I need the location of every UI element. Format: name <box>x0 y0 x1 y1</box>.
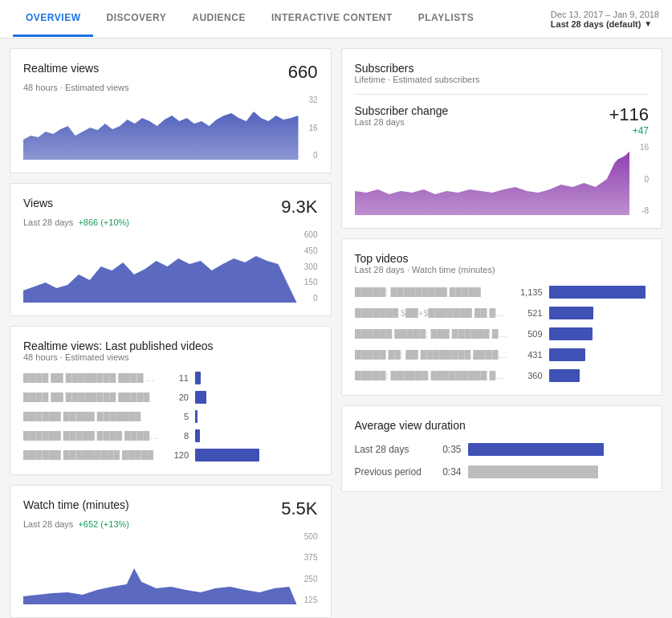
avg-view-value-2: 0:34 <box>438 466 462 478</box>
avg-view-row-1: Last 28 days 0:35 <box>355 443 650 456</box>
avg-view-row-2: Previous period 0:34 <box>355 466 650 478</box>
watch-time-change: +652 (+13%) <box>78 519 129 529</box>
subscriber-change-value: +116 <box>609 104 649 125</box>
subscriber-change-chart <box>355 143 630 215</box>
published-video-count-4: 8 <box>166 431 189 441</box>
top-video-title-1: █████: █████████ █████ <box>355 287 507 297</box>
svg-marker-0 <box>23 112 299 160</box>
subscriber-change-delta: +47 <box>609 125 649 136</box>
svg-marker-1 <box>23 256 297 303</box>
subscriber-change-chart-labels: 16 0 -8 <box>629 143 649 215</box>
top-video-row-3: ██████ █████: ███ ██████ ███ ██ ████ ███… <box>355 327 650 340</box>
published-video-row-3: ██████ █████ ███████ 5 <box>23 410 318 423</box>
published-video-row-4: ██████ █████ ████ ███████ 8 <box>23 429 318 442</box>
realtime-views-card: 660 Realtime views 48 hours · Estimated … <box>10 48 332 173</box>
published-video-title-1: ████ ██ ████████ ████ ███ █████ <box>23 373 160 383</box>
top-video-row-5: █████: ██████ █████████ ███████ ███████ … <box>355 369 650 382</box>
watch-time-card: 5.5K Watch time (minutes) Last 28 days +… <box>10 485 332 618</box>
views-chart-labels: 600 450 300 150 0 <box>297 230 318 303</box>
tab-playlists[interactable]: PLAYLISTS <box>405 1 487 37</box>
nav-tabs: OVERVIEW DISCOVERY AUDIENCE INTERACTIVE … <box>13 1 487 37</box>
views-chart <box>23 230 297 303</box>
published-video-count-1: 11 <box>166 373 189 383</box>
top-video-count-2: 521 <box>514 308 543 318</box>
svg-marker-3 <box>355 151 630 215</box>
avg-view-duration-card: Average view duration Last 28 days 0:35 … <box>341 405 663 492</box>
top-video-row-4: █████ ██: ██ ████████ ██████████ ████ ██… <box>355 348 650 361</box>
realtime-views-chart <box>23 96 299 160</box>
top-videos-card: Top videos Last 28 days · Watch time (mi… <box>341 238 663 396</box>
avg-view-label-2: Previous period <box>355 466 431 478</box>
views-subtitle: Last 28 days <box>23 218 73 227</box>
tab-overview[interactable]: OVERVIEW <box>13 1 93 37</box>
top-video-title-5: █████: ██████ █████████ ███████ ███████ … <box>355 371 507 380</box>
watch-time-title: Watch time (minutes) <box>23 498 318 511</box>
avg-view-label-1: Last 28 days <box>355 444 431 455</box>
top-video-count-5: 360 <box>514 371 543 380</box>
avg-view-value-1: 0:35 <box>438 444 462 455</box>
top-video-row-2: ███████ $██+$███████ ██ ████████ ███████… <box>355 307 650 319</box>
realtime-published-title: Realtime views: Last published videos <box>23 339 318 352</box>
published-video-count-5: 120 <box>166 450 189 460</box>
realtime-views-title: Realtime views <box>23 62 318 75</box>
published-video-count-3: 5 <box>166 412 189 421</box>
top-video-count-3: 509 <box>514 329 543 339</box>
watch-time-chart-labels: 500 375 250 125 <box>297 532 318 604</box>
published-video-count-2: 20 <box>166 392 189 402</box>
published-video-row-2: ████ ██ ████████ █████ 20 <box>23 391 318 404</box>
published-video-title-2: ████ ██ ████████ █████ <box>23 392 160 402</box>
published-video-title-5: ██████ █████████ █████ <box>23 450 160 460</box>
top-video-count-4: 431 <box>514 350 543 360</box>
views-card: 9.3K Views Last 28 days +866 (+10%) 600 … <box>10 183 332 316</box>
avg-view-duration-title: Average view duration <box>355 419 650 432</box>
date-range-line2: Last 28 days (default) ▼ <box>551 19 659 29</box>
date-range-line1: Dec 13, 2017 – Jan 9, 2018 <box>551 10 659 19</box>
published-video-title-3: ██████ █████ ███████ <box>23 412 160 421</box>
realtime-views-value: 660 <box>288 62 318 83</box>
published-video-row-5: ██████ █████████ █████ 120 <box>23 449 318 461</box>
subscribers-card: Subscribers Lifetime · Estimated subscri… <box>341 48 663 229</box>
date-range[interactable]: Dec 13, 2017 – Jan 9, 2018 Last 28 days … <box>551 10 659 29</box>
top-videos-subtitle: Last 28 days · Watch time (minutes) <box>355 265 650 274</box>
views-change: +866 (+10%) <box>78 218 129 227</box>
svg-marker-2 <box>23 568 297 604</box>
published-video-title-4: ██████ █████ ████ ███████ <box>23 431 160 441</box>
realtime-views-chart-labels: 32 16 0 <box>300 96 318 160</box>
realtime-published-subtitle: 48 hours · Estimated views <box>23 352 318 362</box>
watch-time-chart <box>23 532 297 604</box>
subscribers-title: Subscribers <box>355 62 650 75</box>
top-videos-title: Top videos <box>355 252 650 265</box>
watch-time-subtitle: Last 28 days <box>23 519 73 529</box>
watch-time-value: 5.5K <box>281 498 317 519</box>
top-video-count-1: 1,135 <box>514 287 543 297</box>
top-video-title-2: ███████ $██+$███████ ██ ████████ ███████… <box>355 308 507 318</box>
realtime-published-card: Realtime views: Last published videos 48… <box>10 326 332 475</box>
top-nav: OVERVIEW DISCOVERY AUDIENCE INTERACTIVE … <box>0 0 672 39</box>
tab-audience[interactable]: AUDIENCE <box>179 1 259 37</box>
views-value: 9.3K <box>281 197 317 218</box>
chevron-down-icon: ▼ <box>644 19 652 28</box>
subscribers-subtitle: Lifetime · Estimated subscribers <box>355 75 650 84</box>
tab-discovery[interactable]: DISCOVERY <box>93 1 179 37</box>
top-video-title-4: █████ ██: ██ ████████ ██████████ ████ ██… <box>355 350 507 360</box>
subscriber-change-subtitle: Last 28 days <box>355 117 449 127</box>
top-video-row-1: █████: █████████ █████ 1,135 <box>355 286 650 299</box>
views-title: Views <box>23 197 318 209</box>
realtime-views-subtitle: 48 hours · Estimated views <box>23 83 318 92</box>
subscriber-change-title: Subscriber change <box>355 104 449 117</box>
published-video-row-1: ████ ██ ████████ ████ ███ █████ 11 <box>23 372 318 384</box>
tab-interactive-content[interactable]: INTERACTIVE CONTENT <box>259 1 405 37</box>
top-video-title-3: ██████ █████: ███ ██████ ███ ██ ████ ███… <box>355 329 507 339</box>
